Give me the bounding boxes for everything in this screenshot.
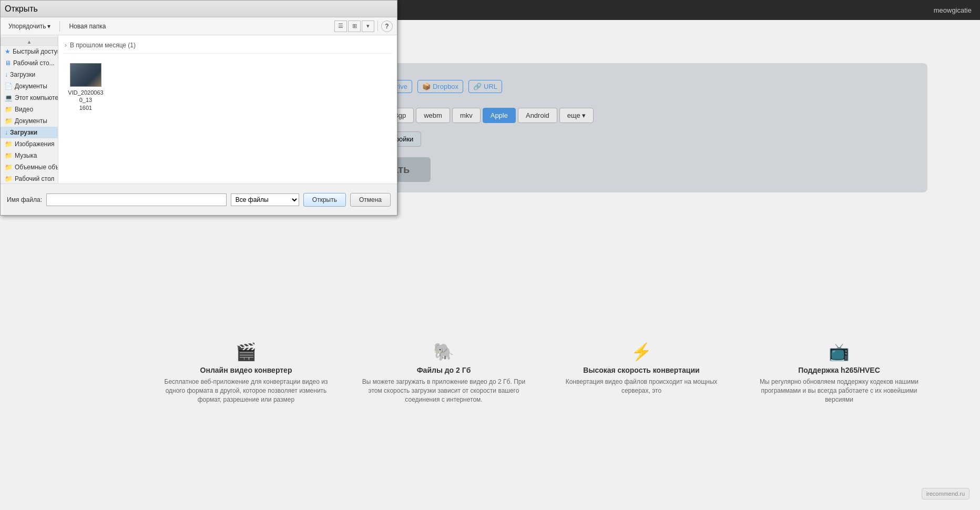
filename-label: Имя файла: [7,196,42,203]
sidebar-item-documents1[interactable]: 📄 Документы [1,80,58,92]
view-dropdown-button[interactable]: ▾ [362,21,374,32]
sidebar-item-downloads2[interactable]: ↓ Загрузки [1,127,58,138]
sidebar-downloads2-label: Загрузки [10,129,37,136]
dialog-title: Открыть [5,4,38,14]
new-folder-button[interactable]: Новая папка [65,21,109,32]
sidebar-item-desktop1[interactable]: 🖥 Рабочий сто... [1,57,58,69]
sidebar-desktop-label: Рабочий сто... [13,59,55,67]
view-toggle-button[interactable]: ☰ [334,21,347,32]
objects-folder-icon: 📁 [5,164,13,171]
open-button-label: Открыть [312,196,337,203]
sidebar-scroll-up[interactable]: ▲ [1,37,58,46]
list-item[interactable]: VID_20200630_131601 [65,60,107,115]
dialog-open-button[interactable]: Открыть [303,193,346,207]
sidebar-item-music[interactable]: 📁 Музыка [1,150,58,161]
breadcrumb-chevron: › [65,42,67,49]
files-grid: VID_20200630_131601 [63,58,393,117]
file-sidebar: ▲ ★ Быстрый доступ 🖥 Рабочий сто... ↓ За… [1,35,58,183]
documents-icon: 📄 [5,83,13,90]
filename-input[interactable] [46,193,227,206]
dialog-toolbar: Упорядочить ▾ Новая папка ☰ ⊞ ▾ ? [1,17,397,35]
sidebar-documents2-label: Документы [15,117,47,125]
sidebar-item-images[interactable]: 📁 Изображения [1,138,58,150]
video-folder-icon: 📁 [5,106,13,113]
sidebar-objects-label: Объемные объ... [15,164,58,171]
sidebar-music-label: Музыка [15,152,37,159]
sidebar-documents1-label: Документы [15,83,47,90]
sidebar-item-desktop2[interactable]: 📁 Рабочий стол [1,173,58,183]
images-folder-icon: 📁 [5,140,13,148]
sidebar-item-downloads1[interactable]: ↓ Загрузки [1,69,58,80]
sidebar-item-quick-access[interactable]: ★ Быстрый доступ [1,46,58,57]
new-folder-label: Новая папка [69,23,106,30]
file-content-area: › В прошлом месяце (1) VID_20200630_1316… [58,35,397,183]
toolbar-separator [59,21,60,32]
sidebar-item-documents2[interactable]: 📁 Документы [1,115,58,127]
dialog-titlebar: Открыть [1,1,397,17]
dialog-main-area: ▲ ★ Быстрый доступ 🖥 Рабочий сто... ↓ За… [1,35,397,183]
filetype-select[interactable]: Все файлы [231,193,299,206]
sidebar-desktop2-label: Рабочий стол [15,175,54,182]
video-thumbnail-image [70,64,101,86]
organize-label: Упорядочить [8,23,46,30]
sidebar-item-this-computer[interactable]: 💻 Этот компьютер [1,92,58,104]
downloads-icon2: ↓ [5,129,8,136]
file-breadcrumb: › В прошлом месяце (1) [63,39,393,54]
dialog-bottom-bar: Имя файла: Все файлы Открыть Отмена [1,183,397,215]
dialog-cancel-button[interactable]: Отмена [350,193,391,207]
toolbar-sep2 [377,21,378,31]
view-grid-button[interactable]: ⊞ [348,21,361,32]
sidebar-images-label: Изображения [15,140,54,148]
organize-button[interactable]: Упорядочить ▾ [5,21,54,32]
star-icon: ★ [5,48,11,55]
documents-folder-icon: 📁 [5,117,13,125]
music-folder-icon: 📁 [5,152,13,159]
file-dialog-overlay: Открыть Упорядочить ▾ Новая папка ☰ ⊞ ▾ … [0,0,980,510]
sidebar-quick-label: Быстрый доступ [13,48,58,55]
file-name-label: VID_20200630_131601 [68,89,104,111]
computer-icon: 💻 [5,94,13,101]
breadcrumb-label: В прошлом месяце (1) [70,42,136,49]
downloads-icon1: ↓ [5,71,8,78]
sidebar-item-objects[interactable]: 📁 Объемные объ... [1,161,58,173]
file-thumbnail [70,63,101,87]
sidebar-item-video[interactable]: 📁 Видео [1,104,58,115]
help-button[interactable]: ? [381,21,393,32]
view-buttons: ☰ ⊞ ▾ ? [334,21,393,32]
sidebar-computer-label: Этот компьютер [15,94,58,101]
organize-dropdown-icon: ▾ [47,23,50,30]
desktop-icon: 🖥 [5,59,11,67]
sidebar-downloads1-label: Загрузки [10,71,35,78]
desktop2-folder-icon: 📁 [5,175,13,182]
file-dialog: Открыть Упорядочить ▾ Новая папка ☰ ⊞ ▾ … [0,0,397,216]
cancel-button-label: Отмена [359,196,382,203]
sidebar-video-label: Видео [15,106,33,113]
